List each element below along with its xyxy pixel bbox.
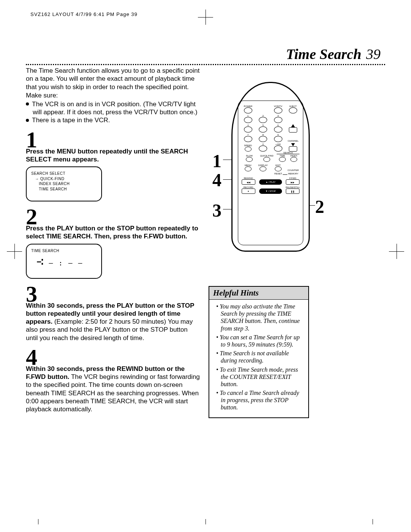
crop-mark-left bbox=[7, 244, 22, 259]
bullet-text: There is a tape in the VCR. bbox=[32, 117, 110, 124]
step-bold: Press the MENU button repeatedly until t… bbox=[26, 148, 188, 163]
num-1-button[interactable] bbox=[244, 117, 252, 123]
osd-title: TIME SEARCH bbox=[31, 248, 97, 254]
osd-blink-timer: ∹ — : — — bbox=[37, 254, 83, 270]
channel-up-icon bbox=[291, 124, 295, 127]
num-9-button[interactable] bbox=[274, 136, 282, 142]
time-button[interactable] bbox=[279, 157, 286, 162]
callout-2: 2 bbox=[315, 196, 324, 217]
quickfind-button[interactable] bbox=[263, 157, 270, 162]
slow-button[interactable] bbox=[246, 157, 253, 162]
bullet-item: There is a tape in the VCR. bbox=[26, 116, 201, 124]
ffwd-button[interactable]: ▶▶ bbox=[286, 179, 299, 185]
step-4-text: Within 30 seconds, press the REWIND butt… bbox=[26, 365, 201, 414]
hint-item: • You may also activate the Time Search … bbox=[216, 303, 304, 332]
play-button[interactable]: ▲ / PLAY bbox=[259, 179, 282, 185]
hint-text: To cancel a Time Search already in progr… bbox=[220, 390, 299, 411]
bullet-text: The VCR is on and is in VCR position. (T… bbox=[32, 101, 198, 116]
num-6-button[interactable] bbox=[274, 126, 282, 133]
hint-text: To exit Time Search mode, press the COUN… bbox=[220, 366, 298, 387]
num-5-button[interactable] bbox=[259, 126, 267, 133]
speed-button[interactable] bbox=[245, 147, 252, 152]
crop-mark-right bbox=[389, 244, 404, 259]
callout-1: 1 bbox=[212, 150, 221, 171]
channel-down-icon bbox=[291, 143, 295, 146]
record-button[interactable]: ● bbox=[242, 189, 255, 194]
hint-item: • Time Search is not available during re… bbox=[216, 350, 304, 364]
num-3-button[interactable] bbox=[274, 117, 282, 123]
remote-label-counter: COUNTER bbox=[287, 169, 299, 171]
callout-3: 3 bbox=[212, 200, 221, 221]
bullet-icon bbox=[26, 102, 29, 105]
doc-header-meta: SVZ162 LAYOUT 4/7/99 6:41 PM Page 39 bbox=[30, 11, 137, 17]
vcrtv-button[interactable] bbox=[274, 107, 282, 113]
remote-label-memory: MEMORY bbox=[288, 173, 298, 175]
osd-row: INDEX SEARCH bbox=[31, 181, 97, 187]
index-button[interactable] bbox=[290, 157, 297, 162]
bullet-item: The VCR is on and is in VCR position. (T… bbox=[26, 100, 201, 117]
bullet-icon bbox=[26, 119, 29, 122]
plus100-button[interactable] bbox=[274, 145, 282, 152]
menu-button[interactable] bbox=[245, 166, 252, 171]
remote-label-reset: RESET bbox=[274, 173, 282, 175]
instructions-column: The Time Search function allows you to g… bbox=[26, 67, 209, 418]
stop-button[interactable]: ▼ / STOP bbox=[259, 189, 282, 194]
osd-row: QUICK-FIND bbox=[40, 177, 64, 181]
step-1-text: Press the MENU button repeatedly until t… bbox=[26, 147, 201, 164]
eject-button[interactable] bbox=[289, 107, 297, 113]
step-3-text: Within 30 seconds, press the PLAY button… bbox=[26, 302, 201, 342]
osd-screen-time-search: TIME SEARCH ∹ — : — — bbox=[26, 244, 102, 279]
page-title-row: Time Search 39 bbox=[26, 46, 385, 65]
num-4-button[interactable] bbox=[244, 126, 252, 133]
hint-item: • You can set a Time Search for up to 9 … bbox=[216, 334, 304, 348]
hint-text: You can set a Time Search for up to 9 ho… bbox=[220, 334, 300, 348]
page-number: 39 bbox=[366, 46, 381, 62]
channel-down-button[interactable] bbox=[289, 146, 297, 152]
num-7-button[interactable] bbox=[244, 136, 252, 142]
hint-text: You may also activate the Time Search by… bbox=[220, 303, 300, 332]
rewind-button[interactable]: ◀◀ bbox=[242, 179, 255, 185]
power-button[interactable] bbox=[244, 107, 252, 113]
num-8-button[interactable] bbox=[259, 136, 267, 142]
num-0-button[interactable] bbox=[259, 145, 267, 152]
num-2-button[interactable] bbox=[259, 117, 267, 123]
pause-button[interactable]: ❚❚ bbox=[286, 189, 299, 194]
make-sure-label: Make sure: bbox=[26, 92, 201, 99]
osd-screen-search-select: SEARCH SELECT → QUICK-FIND INDEX SEARCH … bbox=[26, 166, 102, 201]
callout-4: 4 bbox=[212, 169, 221, 190]
remote-diagram: 1 4 3 2 POWER VCR/TV EJECT bbox=[231, 82, 330, 252]
hints-title: Helpful Hints bbox=[209, 287, 308, 300]
osd-row: TIME SEARCH bbox=[31, 187, 97, 192]
step-bold: Press the PLAY button or the STOP button… bbox=[26, 225, 198, 240]
intro-paragraph: The Time Search function allows you to g… bbox=[26, 67, 201, 91]
crop-marks-bottom bbox=[0, 517, 411, 524]
step-2-text: Press the PLAY button or the STOP button… bbox=[26, 224, 201, 241]
channel-up-button[interactable] bbox=[289, 127, 297, 133]
exit-button[interactable] bbox=[275, 166, 282, 171]
osd-arrow: → bbox=[35, 177, 39, 181]
hint-item: • To exit Time Search mode, press the CO… bbox=[216, 366, 304, 388]
osd-title: SEARCH SELECT bbox=[31, 171, 97, 176]
remote-label-search: SEARCH bbox=[282, 152, 293, 154]
remote-label-channel: CHANNEL bbox=[288, 140, 299, 142]
crop-mark-top bbox=[198, 10, 213, 25]
page-title: Time Search bbox=[286, 46, 361, 62]
helpful-hints-box: Helpful Hints • You may also activate th… bbox=[209, 286, 309, 418]
display-button[interactable] bbox=[260, 166, 266, 171]
hint-item: • To cancel a Time Search already in pro… bbox=[216, 389, 304, 411]
hint-text: Time Search is not available during reco… bbox=[220, 350, 289, 364]
